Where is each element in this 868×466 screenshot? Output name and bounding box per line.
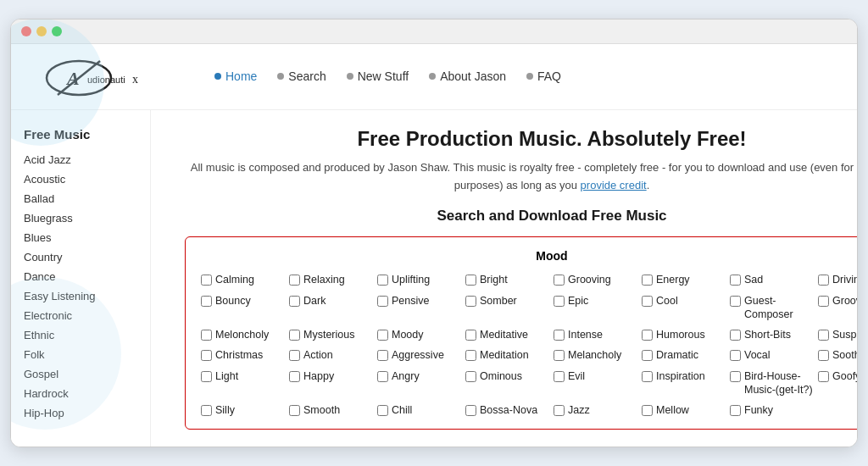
mood-meloncholy[interactable]: Meloncholy	[201, 328, 286, 341]
mood-inspiration[interactable]: Inspiration	[642, 369, 726, 383]
provide-credit-link[interactable]: provide credit	[581, 179, 647, 191]
checkbox-melancholy[interactable]	[554, 350, 565, 361]
checkbox-ominous[interactable]	[465, 371, 476, 382]
sidebar-item-folk[interactable]: Folk	[24, 345, 137, 364]
mood-calming[interactable]: Calming	[201, 273, 286, 286]
mood-suspenseful[interactable]: Suspenseful	[818, 328, 858, 341]
sidebar-item-country[interactable]: Country	[24, 247, 137, 267]
sidebar-item-electronic[interactable]: Electronic	[24, 306, 137, 325]
checkbox-grooving[interactable]	[554, 275, 565, 286]
checkbox-cool[interactable]	[642, 296, 653, 307]
checkbox-humorous[interactable]	[642, 330, 653, 341]
mood-mellow[interactable]: Mellow	[642, 403, 726, 417]
checkbox-meloncholy[interactable]	[201, 330, 212, 341]
checkbox-suspenseful[interactable]	[818, 330, 829, 341]
checkbox-light[interactable]	[201, 371, 212, 382]
mood-meditation[interactable]: Meditation	[465, 348, 550, 362]
checkbox-mysterious[interactable]	[289, 330, 300, 341]
checkbox-moody[interactable]	[377, 330, 388, 341]
checkbox-energy[interactable]	[642, 275, 653, 286]
checkbox-meditative[interactable]	[465, 330, 476, 341]
mood-light[interactable]: Light	[201, 369, 286, 383]
checkbox-bird-house[interactable]	[730, 371, 741, 382]
mood-soothing[interactable]: Soothing	[818, 348, 858, 362]
mood-silly[interactable]: Silly	[201, 403, 286, 417]
mood-goofy[interactable]: Goofy	[818, 369, 858, 383]
mood-bird-house[interactable]: Bird-House-Music-(get-It?)	[730, 369, 815, 397]
checkbox-goofy[interactable]	[818, 371, 829, 382]
checkbox-epic[interactable]	[554, 296, 565, 307]
checkbox-chill[interactable]	[377, 405, 388, 416]
checkbox-somber[interactable]	[465, 296, 476, 307]
mood-sad[interactable]: Sad	[730, 273, 815, 286]
mood-mysterious[interactable]: Mysterious	[289, 328, 374, 341]
mood-ominous[interactable]: Ominous	[465, 369, 550, 383]
checkbox-relaxing[interactable]	[289, 275, 300, 286]
mood-guest-composer[interactable]: Guest-Composer	[730, 294, 815, 322]
checkbox-mellow[interactable]	[642, 405, 653, 416]
checkbox-driving[interactable]	[818, 275, 829, 286]
checkbox-angry[interactable]	[377, 371, 388, 382]
checkbox-soothing[interactable]	[818, 350, 829, 361]
mood-moody[interactable]: Moody	[377, 328, 462, 341]
nav-item-aboutjason[interactable]: About Jason	[429, 69, 506, 83]
nav-item-home[interactable]: Home	[214, 69, 257, 83]
mood-evil[interactable]: Evil	[554, 369, 638, 383]
checkbox-bouncy[interactable]	[201, 296, 212, 307]
mood-melancholy[interactable]: Melancholy	[554, 348, 638, 362]
checkbox-funky[interactable]	[730, 405, 741, 416]
mood-christmas[interactable]: Christmas	[201, 348, 286, 362]
mood-relaxing[interactable]: Relaxing	[289, 273, 374, 286]
sidebar-item-blues[interactable]: Blues	[24, 228, 137, 247]
checkbox-calming[interactable]	[201, 275, 212, 286]
checkbox-groove[interactable]	[818, 296, 829, 307]
mood-vocal[interactable]: Vocal	[730, 348, 815, 362]
checkbox-vocal[interactable]	[730, 350, 741, 361]
mood-smooth[interactable]: Smooth	[289, 403, 374, 417]
checkbox-short-bits[interactable]	[730, 330, 741, 341]
checkbox-dark[interactable]	[289, 296, 300, 307]
nav-item-newstuff[interactable]: New Stuff	[347, 69, 409, 83]
mood-dramatic[interactable]: Dramatic	[642, 348, 726, 362]
mood-cool[interactable]: Cool	[642, 294, 726, 308]
checkbox-guest-composer[interactable]	[730, 296, 741, 307]
fullscreen-dot[interactable]	[52, 26, 62, 36]
mood-short-bits[interactable]: Short-Bits	[730, 328, 815, 341]
checkbox-silly[interactable]	[201, 405, 212, 416]
sidebar-item-easy-listening[interactable]: Easy Listening	[24, 286, 137, 306]
mood-bright[interactable]: Bright	[465, 273, 550, 286]
sidebar-item-hip-hop[interactable]: Hip-Hop	[24, 403, 137, 423]
checkbox-bossa-nova[interactable]	[465, 405, 476, 416]
mood-grooving[interactable]: Grooving	[554, 273, 638, 286]
mood-funky[interactable]: Funky	[730, 403, 815, 417]
checkbox-inspiration[interactable]	[642, 371, 653, 382]
nav-item-search[interactable]: Search	[277, 69, 326, 83]
mood-humorous[interactable]: Humorous	[642, 328, 726, 341]
mood-dark[interactable]: Dark	[289, 294, 374, 308]
mood-meditative[interactable]: Meditative	[465, 328, 550, 341]
checkbox-bright[interactable]	[465, 275, 476, 286]
checkbox-uplifting[interactable]	[377, 275, 388, 286]
mood-aggressive[interactable]: Aggressive	[377, 348, 462, 362]
checkbox-smooth[interactable]	[289, 405, 300, 416]
close-dot[interactable]	[21, 26, 31, 36]
checkbox-christmas[interactable]	[201, 350, 212, 361]
mood-energy[interactable]: Energy	[642, 273, 726, 286]
mood-bossa-nova[interactable]: Bossa-Nova	[465, 403, 550, 417]
mood-bouncy[interactable]: Bouncy	[201, 294, 286, 308]
checkbox-intense[interactable]	[554, 330, 565, 341]
sidebar-item-bluegrass[interactable]: Bluegrass	[24, 208, 137, 228]
sidebar-item-ballad[interactable]: Ballad	[24, 189, 137, 208]
checkbox-happy[interactable]	[289, 371, 300, 382]
mood-jazz[interactable]: Jazz	[554, 403, 638, 417]
checkbox-action[interactable]	[289, 350, 300, 361]
mood-intense[interactable]: Intense	[554, 328, 638, 341]
mood-groove[interactable]: Groove	[818, 294, 858, 308]
checkbox-meditation[interactable]	[465, 350, 476, 361]
sidebar-item-dance[interactable]: Dance	[24, 267, 137, 286]
mood-pensive[interactable]: Pensive	[377, 294, 462, 308]
mood-epic[interactable]: Epic	[554, 294, 638, 308]
mood-chill[interactable]: Chill	[377, 403, 462, 417]
mood-happy[interactable]: Happy	[289, 369, 374, 383]
minimize-dot[interactable]	[36, 26, 47, 36]
